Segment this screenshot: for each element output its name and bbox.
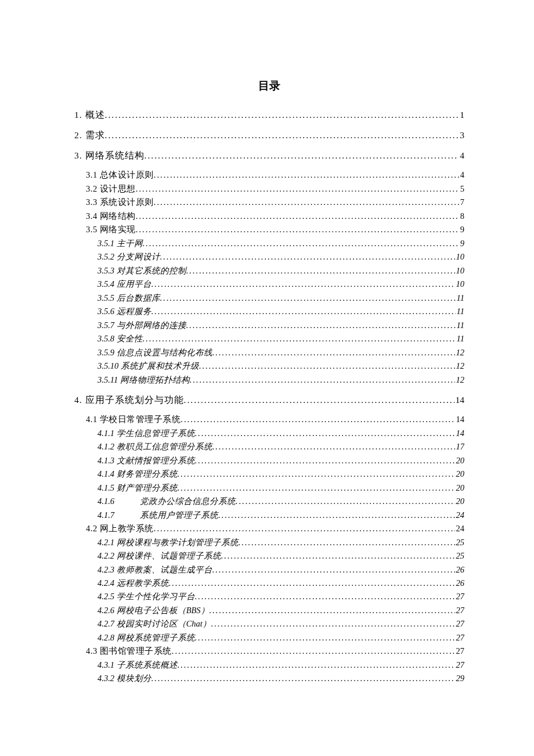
toc-page-number: 7: [459, 196, 464, 209]
toc-leader-dots: [151, 278, 455, 291]
toc-leader-dots: [210, 604, 455, 617]
toc-leader-dots: [178, 658, 455, 672]
toc-entry: 4.2.4 远程教学系统26: [74, 577, 464, 590]
toc-entry-label: 3.3 系统设计原则: [86, 196, 154, 209]
toc-leader-dots: [199, 359, 455, 373]
toc-entry: 4.3 图书馆管理子系统27: [74, 645, 464, 658]
toc-entry: 4.3.2 模块划分29: [74, 672, 464, 685]
toc-leader-dots: [212, 563, 455, 577]
toc-leader-dots: [236, 495, 455, 508]
toc-leader-dots: [136, 223, 459, 236]
toc-page-number: 20: [455, 454, 465, 467]
toc-entry-label: 4.1.2 教职员工信息管理分系统: [98, 440, 212, 453]
toc-entry: 2. 需求3: [74, 128, 464, 142]
toc-page-number: 20: [455, 495, 465, 508]
toc-entry-label: 4.1.6党政办公综合信息分系统: [98, 495, 236, 508]
toc-page-number: 24: [455, 522, 465, 535]
toc-leader-dots: [136, 210, 459, 223]
toc-page-number: 27: [455, 658, 465, 672]
toc-entry: 3.3 系统设计原则7: [74, 196, 464, 209]
toc-entry-label: 3.1 总体设计原则: [86, 168, 154, 182]
toc-leader-dots: [212, 346, 455, 359]
toc-entry-label: 3.4 网络结构: [86, 210, 136, 223]
toc-entry-label: 3.5 网络实现: [86, 223, 136, 236]
toc-page-number: 25: [455, 536, 465, 549]
toc-leader-dots: [186, 264, 455, 278]
toc-entry: 4.1.6党政办公综合信息分系统20: [74, 495, 464, 508]
toc-entry-label: 4.3.2 模块划分: [98, 672, 151, 685]
toc-entry: 3.5.7 与外部网络的连接11: [74, 319, 464, 332]
toc-page-number: 11: [456, 332, 464, 345]
toc-leader-dots: [105, 107, 459, 122]
toc-entry: 4.1.4 财务管理分系统20: [74, 467, 464, 481]
toc-entry: 3.1 总体设计原则4: [74, 168, 464, 182]
toc-entry: 4.1.1 学生信息管理子系统14: [74, 427, 464, 440]
toc-leader-dots: [160, 291, 456, 305]
toc-leader-dots: [195, 427, 455, 440]
toc-entry-label: 2. 需求: [74, 128, 105, 142]
toc-entry: 3.5.8 安全性11: [74, 332, 464, 345]
toc-entry-label: 3. 网络系统结构: [74, 148, 145, 163]
toc-leader-dots: [184, 393, 454, 407]
toc-page-number: 10: [455, 264, 465, 278]
toc-leader-dots: [143, 237, 459, 250]
toc-entry: 4.1.2 教职员工信息管理分系统17: [74, 440, 464, 453]
toc-entry-label: 4.2.1 网校课程与教学计划管理子系统: [98, 536, 239, 549]
toc-entry: 3.5.4 应用平台10: [74, 278, 464, 291]
toc-entry-label: 4.3 图书馆管理子系统: [86, 645, 172, 658]
toc-leader-dots: [181, 413, 454, 426]
toc-leader-dots: [151, 305, 456, 318]
toc-leader-dots: [154, 196, 459, 209]
toc-entry-label: 4.2.4 远程教学系统: [98, 577, 169, 590]
toc-page-number: 14: [455, 427, 465, 440]
toc-page-number: 29: [455, 672, 465, 685]
toc-leader-dots: [239, 536, 455, 549]
toc-entry: 4.1.5 财产管理分系统20: [74, 481, 464, 495]
toc-entry-label: 3.5.9 信息点设置与结构化布线: [98, 346, 212, 359]
toc-page-number: 17: [455, 440, 465, 453]
toc-leader-dots: [190, 373, 455, 387]
toc-leader-dots: [105, 128, 459, 142]
toc-entry: 3.5.11 网络物理拓扑结构12: [74, 373, 464, 387]
toc-entry: 4.2.5 学生个性化学习平台27: [74, 590, 464, 603]
toc-page-number: 27: [455, 604, 465, 617]
toc-entry-label: 3.2 设计思想: [86, 182, 136, 196]
toc-entry: 3.4 网络结构8: [74, 210, 464, 223]
toc-leader-dots: [154, 168, 459, 182]
toc-entry-label: 3.5.5 后台数据库: [98, 291, 160, 305]
toc-entry-label: 3.5.3 对其它系统的控制: [98, 264, 186, 278]
toc-entry: 3.5.9 信息点设置与结构化布线12: [74, 346, 464, 359]
toc-page-number: 25: [455, 549, 465, 563]
toc-entry: 3. 网络系统结构4: [74, 148, 464, 163]
toc-entry: 3.5 网络实现9: [74, 223, 464, 236]
toc-entry: 4.1.7系统用户管理子系统24: [74, 509, 464, 522]
toc-entry-label: 4.2.8 网校系统管理子系统: [98, 631, 195, 645]
toc-entry-label: 4.1.5 财产管理分系统: [98, 481, 178, 495]
toc-entry-label: 3.5.2 分支网设计: [98, 250, 160, 264]
toc-entry-label: 4.2.7 校园实时讨论区（Chat）: [98, 617, 211, 631]
toc-page-number: 27: [455, 617, 465, 631]
toc-entry: 4.2.8 网校系统管理子系统27: [74, 631, 464, 645]
toc-page-number: 26: [455, 563, 465, 577]
toc-entry-label: 3.5.4 应用平台: [98, 278, 151, 291]
toc-page-number: 9: [459, 223, 464, 236]
toc-page-number: 27: [455, 645, 465, 658]
toc-leader-dots: [169, 577, 455, 590]
toc-leader-dots: [172, 645, 455, 658]
toc-page-number: 10: [455, 250, 465, 264]
toc-page-number: 11: [456, 319, 464, 332]
toc-entry: 3.5.5 后台数据库11: [74, 291, 464, 305]
toc-entry: 3.5.3 对其它系统的控制10: [74, 264, 464, 278]
table-of-contents: 1. 概述12. 需求33. 网络系统结构43.1 总体设计原则43.2 设计思…: [74, 107, 464, 686]
toc-entry-label: 4.1.7系统用户管理子系统: [98, 509, 218, 522]
toc-leader-dots: [218, 509, 455, 522]
toc-entry: 4. 应用子系统划分与功能14: [74, 393, 464, 407]
toc-page-number: 3: [459, 128, 464, 142]
toc-leader-dots: [145, 148, 459, 163]
toc-entry-label: 3.5.8 安全性: [98, 332, 143, 345]
toc-leader-dots: [195, 454, 455, 467]
toc-entry-label: 4.1.3 文献情报管理分系统: [98, 454, 195, 467]
toc-page-number: 27: [455, 590, 465, 603]
toc-entry: 3.5.1 主干网9: [74, 237, 464, 250]
toc-entry: 3.5.2 分支网设计10: [74, 250, 464, 264]
